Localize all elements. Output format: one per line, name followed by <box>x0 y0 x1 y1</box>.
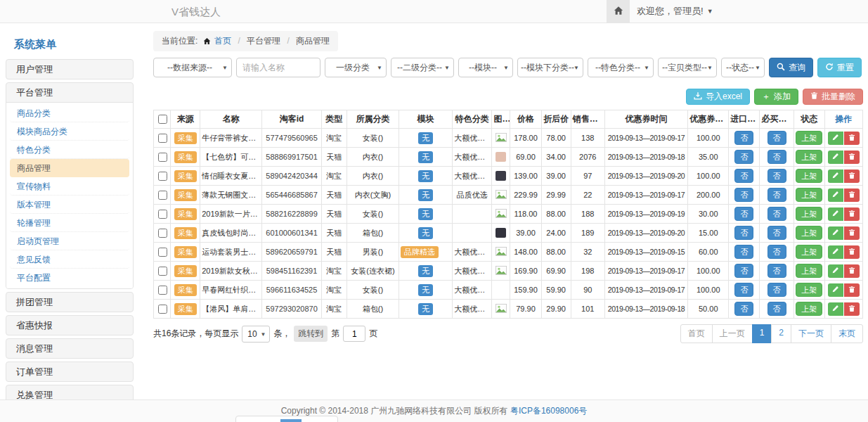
status-button[interactable]: 上架 <box>796 283 822 297</box>
row-checkbox[interactable] <box>158 248 167 257</box>
row-checkbox[interactable] <box>158 305 167 314</box>
select-all-checkbox[interactable] <box>158 115 167 124</box>
sidebar-group-4[interactable]: 省惠快报 <box>6 316 133 335</box>
delete-button[interactable] <box>844 170 860 183</box>
category2-filter[interactable]: --二级分类--▼ <box>391 58 454 77</box>
sidebar-group-5[interactable]: 消息管理 <box>6 339 133 358</box>
must-buy-toggle[interactable]: 否 <box>767 169 786 183</box>
page-2-button[interactable]: 2 <box>771 324 791 343</box>
reset-button[interactable]: 重置 <box>817 58 862 77</box>
delete-button[interactable] <box>844 264 860 278</box>
must-buy-toggle[interactable]: 否 <box>767 302 786 316</box>
add-button[interactable]: ＋ 添加 <box>754 89 798 105</box>
page-next-button[interactable]: 下一页 <box>791 324 831 343</box>
delete-button[interactable] <box>844 207 860 221</box>
import-pick-toggle[interactable]: 否 <box>734 226 753 240</box>
must-buy-toggle[interactable]: 否 <box>767 226 786 240</box>
page-last-button[interactable]: 末页 <box>831 324 863 343</box>
must-buy-toggle[interactable]: 否 <box>767 188 786 202</box>
sidebar-group-6[interactable]: 订单管理 <box>6 362 133 381</box>
module-filter[interactable]: --模块--▼ <box>458 58 513 77</box>
edit-button[interactable] <box>828 226 843 240</box>
page-prev-button[interactable]: 上一页 <box>712 324 753 343</box>
import-pick-toggle[interactable]: 否 <box>734 302 753 316</box>
row-checkbox[interactable] <box>158 286 167 295</box>
sidebar-group-1[interactable]: 用户管理 <box>6 60 133 79</box>
import-excel-button[interactable]: 导入excel <box>686 89 750 105</box>
status-button[interactable]: 上架 <box>796 302 822 316</box>
page-jump-input[interactable] <box>343 326 365 342</box>
delete-button[interactable] <box>844 245 860 259</box>
must-buy-toggle[interactable]: 否 <box>767 264 786 278</box>
status-button[interactable]: 上架 <box>796 150 822 164</box>
row-checkbox[interactable] <box>158 229 167 238</box>
source-filter[interactable]: --数据来源--▼ <box>153 58 232 77</box>
sidebar-item-5[interactable]: 宣传物料 <box>10 177 129 196</box>
sidebar-group-2[interactable]: 平台管理 <box>6 83 133 102</box>
page-size-select[interactable]: 10 ▼ <box>242 326 270 343</box>
delete-button[interactable] <box>844 226 860 240</box>
must-buy-toggle[interactable]: 否 <box>767 245 786 259</box>
must-buy-toggle[interactable]: 否 <box>767 131 786 145</box>
edit-button[interactable] <box>828 170 843 183</box>
delete-button[interactable] <box>844 302 860 316</box>
sidebar-item-3[interactable]: 特色分类 <box>10 141 129 159</box>
must-buy-toggle[interactable]: 否 <box>767 207 786 221</box>
home-nav-button[interactable] <box>607 0 630 23</box>
edit-button[interactable] <box>828 151 843 164</box>
import-pick-toggle[interactable]: 否 <box>734 150 753 164</box>
row-checkbox[interactable] <box>158 267 167 276</box>
jump-button[interactable]: 跳转到 <box>294 326 328 342</box>
sidebar-item-8[interactable]: 启动页管理 <box>10 232 129 250</box>
row-checkbox[interactable] <box>158 210 167 219</box>
sidebar-item-6[interactable]: 版本管理 <box>10 196 129 214</box>
page-1-button[interactable]: 1 <box>752 324 772 343</box>
row-checkbox[interactable] <box>158 191 167 200</box>
sidebar-item-1[interactable]: 商品分类 <box>10 104 129 122</box>
row-checkbox[interactable] <box>158 153 167 162</box>
row-checkbox[interactable] <box>158 134 167 143</box>
page-first-button[interactable]: 首页 <box>680 324 713 343</box>
edit-button[interactable] <box>828 264 843 278</box>
status-button[interactable]: 上架 <box>796 188 822 202</box>
user-menu[interactable]: 欢迎您，管理员! ▼ <box>637 0 713 23</box>
status-button[interactable]: 上架 <box>796 169 822 183</box>
import-pick-toggle[interactable]: 否 <box>734 169 753 183</box>
status-button[interactable]: 上架 <box>796 131 822 145</box>
edit-button[interactable] <box>828 302 843 316</box>
module-sub-filter[interactable]: --模块下分类--▼ <box>517 58 583 77</box>
sidebar-item-9[interactable]: 意见反馈 <box>10 250 129 269</box>
feature-filter[interactable]: --特色分类--▼ <box>588 58 654 77</box>
sidebar-item-7[interactable]: 轮播管理 <box>10 214 129 232</box>
import-pick-toggle[interactable]: 否 <box>734 131 753 145</box>
must-buy-toggle[interactable]: 否 <box>767 283 786 297</box>
name-search-input[interactable] <box>236 58 320 77</box>
delete-button[interactable] <box>844 132 860 145</box>
sidebar-item-10[interactable]: 平台配置 <box>10 269 129 287</box>
item-type-filter[interactable]: --宝贝类型--▼ <box>658 58 717 77</box>
import-pick-toggle[interactable]: 否 <box>734 264 753 278</box>
row-checkbox[interactable] <box>158 172 167 181</box>
import-pick-toggle[interactable]: 否 <box>734 283 753 297</box>
import-pick-toggle[interactable]: 否 <box>734 188 753 202</box>
batch-delete-button[interactable]: 批量删除 <box>803 89 863 105</box>
breadcrumb-home-link[interactable]: 首页 <box>214 36 231 46</box>
status-button[interactable]: 上架 <box>796 207 822 221</box>
status-button[interactable]: 上架 <box>796 264 822 278</box>
category1-filter[interactable]: 一级分类▼ <box>325 58 387 77</box>
sidebar-item-2[interactable]: 模块商品分类 <box>10 122 129 141</box>
must-buy-toggle[interactable]: 否 <box>767 150 786 164</box>
sidebar-item-4[interactable]: 商品管理 <box>10 159 129 177</box>
search-button[interactable]: 查询 <box>769 58 813 77</box>
sidebar-group-3[interactable]: 拼团管理 <box>6 293 133 312</box>
import-pick-toggle[interactable]: 否 <box>734 245 753 259</box>
status-button[interactable]: 上架 <box>796 245 822 259</box>
edit-button[interactable] <box>828 188 843 202</box>
edit-button[interactable] <box>828 245 843 259</box>
delete-button[interactable] <box>844 151 860 164</box>
import-pick-toggle[interactable]: 否 <box>734 207 753 221</box>
status-filter[interactable]: --状态--▼ <box>721 58 765 77</box>
delete-button[interactable] <box>844 188 860 202</box>
delete-button[interactable] <box>844 283 860 297</box>
status-button[interactable]: 上架 <box>796 226 822 240</box>
